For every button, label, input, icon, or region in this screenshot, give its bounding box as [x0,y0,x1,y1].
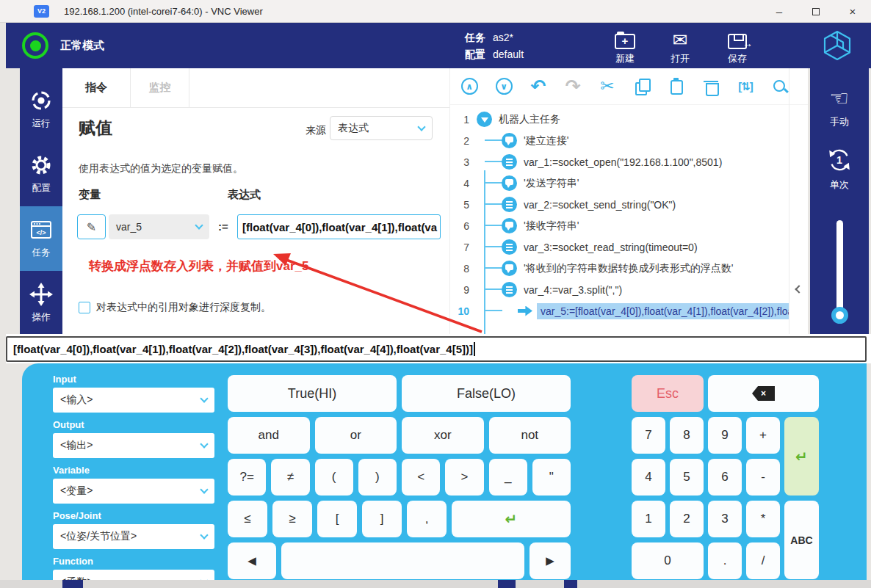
key-esc[interactable]: Esc [632,375,704,412]
edit-variable-button[interactable]: ✎ [77,214,106,239]
sidebar-item-task[interactable]: </> 任务 [20,206,62,271]
key-paren-close[interactable]: ) [358,459,397,496]
tree-row[interactable]: 4 '发送字符串' [450,173,789,194]
tree-row[interactable]: 8 '将收到的字符串数据转换成列表形式的浮点数' [450,258,789,279]
key-slash[interactable]: / [746,542,780,579]
search-icon[interactable] [770,77,789,96]
key-enter[interactable]: ↵ [452,501,571,537]
collapse-panel-handle[interactable] [789,68,808,334]
undo-icon[interactable]: ↶ [529,77,548,96]
sidebar-item-config[interactable]: 配置 [20,142,62,206]
speed-slider-track[interactable] [836,220,843,311]
key-asterisk[interactable]: * [746,501,780,537]
single-run-button[interactable]: 1 单次 [825,146,853,192]
paste-icon[interactable] [667,77,686,96]
vnc-window: V2 192.168.1.200 (intel-corei7-64:0) - V… [0,0,871,588]
collapse-all-icon[interactable]: ∧ [460,77,479,96]
key-greater-than[interactable]: > [445,459,483,496]
key-abc-switch[interactable]: ABC [784,501,819,579]
key-not-equal[interactable]: ≠ [271,459,309,496]
speed-slider-thumb[interactable] [831,307,848,324]
expression-input[interactable]: [float(var_4[0]),float(var_4[1]),float(v… [6,336,867,362]
close-button[interactable]: × [834,0,871,23]
keyboard-selectors: Input <输入> Output <输出> Variable <变量> Pos… [53,374,214,580]
open-task-button[interactable]: ✉ 打开 [659,29,701,65]
redo-icon[interactable]: ↷ [563,77,582,96]
key-or[interactable]: or [315,417,397,454]
replace-icon[interactable]: [⇅] [736,77,755,96]
source-select[interactable]: 表达式 [330,116,433,140]
tree-row[interactable]: 6 '接收字符串' [450,215,789,236]
key-bracket-open[interactable]: [ [317,501,357,537]
manual-mode-button[interactable]: ☜ 手动 [830,86,850,128]
minimize-button[interactable]: – [761,0,798,23]
key-9[interactable]: 9 [708,417,742,454]
tree-row[interactable]: 1 机器人主任务 [450,109,789,130]
tree-row[interactable]: 9 var_4:=var_3.split(",") [450,279,789,300]
variable-select[interactable]: var_5 [109,214,209,239]
maximize-button[interactable] [798,0,834,23]
key-7[interactable]: 7 [632,417,665,454]
tab-monitor[interactable]: 监控 [131,68,189,107]
tree-row[interactable]: 3 var_1:=socket_open("192.168.1.100",850… [450,151,789,173]
key-cursor-right[interactable]: ▶ [530,542,571,579]
copy-icon[interactable] [632,77,651,96]
delete-icon[interactable] [701,77,720,96]
key-bracket-close[interactable]: ] [362,501,402,537]
key-backspace[interactable]: × [708,375,819,412]
tab-instruction[interactable]: 指令 [62,68,131,107]
save-task-button[interactable]: 保存 [716,29,759,65]
key-and[interactable]: and [228,417,310,454]
tree-row-selected[interactable]: 10 var_5:=[float(var_4[0]),float(var_4[1… [450,300,789,322]
key-6[interactable]: 6 [708,459,742,496]
deep-copy-checkbox[interactable] [79,302,90,313]
key-false[interactable]: False(LO) [402,375,571,412]
key-numpad-enter[interactable]: ↵ [784,417,819,496]
key-1[interactable]: 1 [632,501,665,537]
function-selector[interactable]: <函数> [53,570,214,580]
collapse-node-icon[interactable] [477,112,492,127]
key-xor[interactable]: xor [402,417,484,454]
key-4[interactable]: 4 [632,459,665,496]
key-0[interactable]: 0 [632,542,704,579]
onscreen-keyboard: Input <输入> Output <输出> Variable <变量> Pos… [22,363,867,580]
chevron-down-icon [200,485,208,493]
vnc-app-icon: V2 [34,5,49,18]
key-5[interactable]: 5 [670,459,704,496]
key-underscore[interactable]: _ [489,459,527,496]
key-minus[interactable]: - [746,459,780,496]
tree-row[interactable]: 5 var_2:=socket_send_string("OK") [450,194,789,215]
key-dot[interactable]: . [708,542,742,579]
key-less-equal[interactable]: ≤ [228,501,267,537]
key-true[interactable]: True(HI) [228,375,397,412]
key-cursor-left[interactable]: ◀ [228,542,276,579]
key-question-equals[interactable]: ?= [228,459,266,496]
tree-row[interactable]: 2 '建立连接' [450,130,789,151]
key-space[interactable] [281,542,524,579]
key-plus[interactable]: + [746,417,780,454]
key-paren-open[interactable]: ( [315,459,353,496]
comment-icon [502,261,517,276]
comment-icon [502,133,517,148]
new-task-button[interactable]: 新建 [604,29,646,65]
cut-icon[interactable]: ✂ [598,77,617,96]
pose-selector[interactable]: <位姿/关节位置> [53,524,214,549]
sidebar-item-run[interactable]: 运行 [20,77,62,142]
key-comma[interactable]: , [407,501,447,537]
tree-row[interactable]: 7 var_3:=socket_read_string(timeout=0) [450,236,789,258]
sidebar-item-operate[interactable]: 操作 [20,271,62,335]
expand-all-icon[interactable]: ∨ [494,77,513,96]
key-not[interactable]: not [489,417,571,454]
key-8[interactable]: 8 [670,417,704,454]
expression-field[interactable]: [float(var_4[0]),float(var_4[1]),float(v… [237,214,441,239]
key-greater-equal[interactable]: ≥ [272,501,312,537]
output-selector[interactable]: <输出> [53,433,214,458]
variable-selector[interactable]: <变量> [53,479,214,504]
page-title: 赋值 [79,117,112,139]
input-selector[interactable]: <输入> [53,388,214,413]
key-less-than[interactable]: < [402,459,440,496]
key-2[interactable]: 2 [670,501,704,537]
key-quote[interactable]: " [532,459,571,496]
top-navbar: 正常模式 任务as2* 配置default 新建 ✉ 打开 保存 [6,23,871,68]
key-3[interactable]: 3 [708,501,742,537]
